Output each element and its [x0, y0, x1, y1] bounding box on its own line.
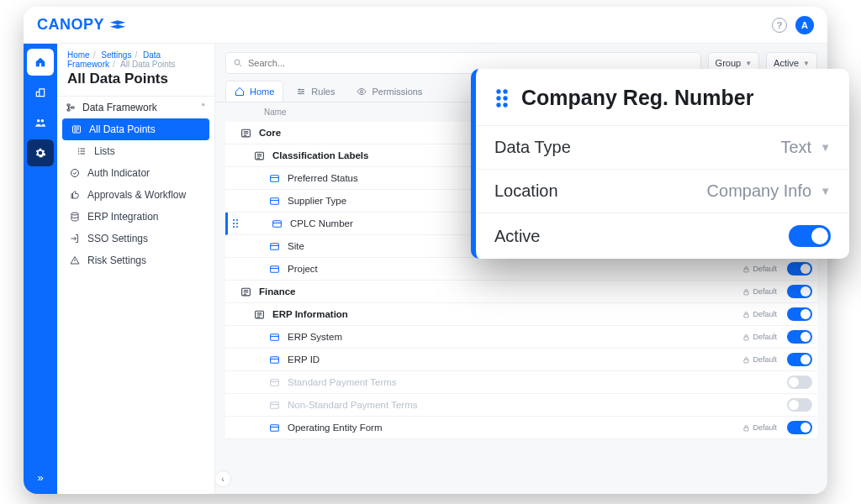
row-active-toggle[interactable]	[787, 353, 812, 366]
check-circle-icon	[69, 168, 81, 178]
svg-point-3	[78, 153, 80, 155]
table-section-row[interactable]: ERP InformationDefault	[225, 303, 817, 326]
help-icon[interactable]: ?	[772, 18, 787, 33]
drag-grip-icon[interactable]	[228, 218, 243, 228]
row-label: Finance	[259, 286, 742, 297]
crumb-home[interactable]: Home	[67, 50, 90, 60]
crumb-current: All Data Points	[120, 60, 176, 69]
table-row[interactable]: Operating Entity FormDefault	[225, 417, 817, 439]
crumb-settings[interactable]: Settings	[101, 50, 131, 60]
table-row[interactable]: ERP IDDefault	[225, 349, 817, 371]
card-row-data-type: Data Type Text ▼	[476, 125, 849, 169]
row-active-toggle[interactable]	[787, 307, 812, 321]
card-value-location[interactable]: Company Info ▼	[707, 181, 831, 201]
sidebar-item-sso-settings[interactable]: SSO Settings	[57, 228, 214, 249]
rail-building-icon[interactable]	[27, 79, 54, 106]
chevron-down-icon: ▼	[745, 60, 752, 67]
svg-point-39	[233, 219, 235, 221]
table-section-row[interactable]: FinanceDefault	[225, 281, 817, 303]
svg-point-8	[302, 91, 304, 92]
sliders-icon	[296, 87, 306, 97]
tree-icon	[66, 102, 76, 113]
svg-rect-52	[271, 243, 279, 249]
section-icon	[254, 150, 272, 161]
tab-rules[interactable]: Rules	[287, 81, 344, 102]
sidebar-item-all-data-points[interactable]: All Data Points	[62, 118, 209, 140]
row-label: Standard Payment Terms	[288, 377, 787, 387]
section-icon	[254, 309, 272, 320]
svg-rect-77	[744, 314, 748, 318]
nav-rail: »	[24, 44, 57, 494]
row-active-toggle[interactable]	[787, 398, 812, 412]
col-name: Name	[264, 108, 287, 117]
sidebar-group-data-framework[interactable]: Data Framework ˄	[57, 96, 214, 118]
list-icon	[71, 124, 82, 134]
breadcrumb: Home/ Settings/ Data Framework/ All Data…	[57, 44, 214, 71]
login-icon	[69, 234, 81, 244]
sidebar-item-label: ERP Integration	[87, 211, 159, 223]
collapse-handle-icon[interactable]: ‹	[215, 470, 231, 487]
field-icon	[269, 332, 288, 343]
rail-collapse-icon[interactable]: »	[37, 471, 43, 484]
tab-permissions[interactable]: Permissions	[347, 81, 431, 102]
svg-point-10	[361, 91, 363, 93]
brand-logo: CANOPY	[37, 16, 126, 34]
table-row[interactable]: ERP SystemDefault	[225, 326, 817, 349]
svg-rect-69	[744, 291, 748, 295]
rail-settings-icon[interactable]	[27, 139, 54, 166]
card-row-active: Active	[476, 213, 849, 259]
sidebar-item-risk-settings[interactable]: Risk Settings	[57, 249, 214, 271]
sidebar-item-lists[interactable]: Lists	[57, 140, 214, 162]
chevron-down-icon: ▼	[820, 185, 831, 197]
search-input[interactable]	[248, 58, 694, 68]
warning-icon	[69, 255, 81, 265]
sidebar-item-label: SSO Settings	[87, 233, 148, 244]
sidebar-item-label: Lists	[94, 145, 115, 157]
active-toggle[interactable]	[789, 225, 831, 247]
row-label: Non-Standard Payment Terms	[288, 400, 787, 410]
database-icon	[69, 212, 81, 222]
svg-point-118	[496, 96, 500, 100]
row-active-toggle[interactable]	[787, 262, 812, 276]
eye-icon	[357, 87, 367, 97]
brand-text: CANOPY	[37, 16, 104, 34]
rail-users-icon[interactable]	[27, 109, 54, 136]
svg-point-119	[503, 96, 507, 100]
card-key: Location	[494, 181, 558, 201]
tab-home[interactable]: Home	[225, 81, 283, 102]
field-icon	[272, 218, 290, 229]
default-badge: Default	[742, 287, 777, 296]
row-active-toggle[interactable]	[787, 285, 812, 298]
card-value-data-type[interactable]: Text ▼	[780, 138, 831, 157]
section-icon	[240, 128, 259, 139]
table-row[interactable]: Standard Payment Terms	[225, 371, 817, 394]
default-badge: Default	[742, 333, 777, 341]
sidebar-item-approvals-workflow[interactable]: Approvals & Workflow	[57, 184, 214, 206]
row-label: Project	[288, 264, 742, 274]
svg-point-117	[503, 89, 507, 93]
drag-grip-icon[interactable]	[494, 88, 510, 108]
svg-point-2	[78, 150, 80, 152]
svg-rect-114	[271, 424, 279, 431]
row-active-toggle[interactable]	[787, 375, 812, 389]
sidebar-item-erp-integration[interactable]: ERP Integration	[57, 206, 214, 228]
field-icon	[269, 354, 288, 365]
row-active-toggle[interactable]	[787, 421, 812, 434]
default-badge: Default	[742, 265, 777, 273]
sidebar-item-auth-indicator[interactable]: Auth Indicator	[57, 162, 214, 184]
svg-rect-38	[271, 197, 279, 204]
table-row[interactable]: ProjectDefault	[225, 258, 817, 281]
card-value-text: Company Info	[707, 181, 812, 201]
svg-rect-93	[744, 360, 748, 363]
row-label: Operating Entity Form	[288, 423, 742, 433]
chevron-down-icon: ▼	[820, 141, 831, 154]
sidebar-item-label: Approvals & Workflow	[87, 189, 186, 201]
row-active-toggle[interactable]	[787, 330, 812, 344]
card-key: Active	[494, 227, 540, 246]
rail-home-icon[interactable]	[27, 49, 54, 76]
row-label: ERP System	[288, 332, 742, 342]
table-row[interactable]: Non-Standard Payment Terms	[225, 394, 817, 417]
avatar[interactable]: A	[795, 16, 814, 34]
home-icon	[235, 87, 245, 97]
svg-rect-60	[271, 265, 279, 272]
